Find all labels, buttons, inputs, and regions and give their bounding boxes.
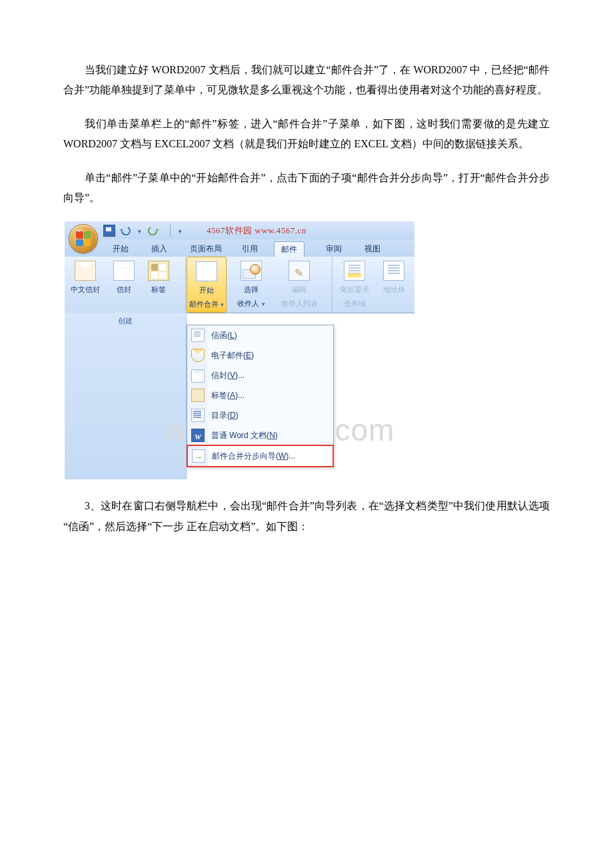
group-label-create: 创建	[65, 313, 187, 479]
menu-item-normal-word[interactable]: 普通 Word 文档(N)	[187, 425, 333, 445]
menu-item-directory-label: 目录(D)	[211, 408, 239, 423]
qat-customize-icon[interactable]: ▾	[179, 225, 187, 236]
paragraph-1: 当我们建立好 WORD2007 文档后，我们就可以建立“邮件合并”了，在 WOR…	[63, 60, 550, 101]
dropdown-arrow-icon: ▾	[262, 301, 265, 307]
menu-item-normal-word-label: 普通 Word 文档(N)	[211, 428, 278, 443]
menu-item-labels[interactable]: 标签(A)...	[187, 385, 333, 405]
ribbon: 中文信封 信封 标签 选择 收件人 ▾	[65, 257, 414, 313]
address-block-button[interactable]: 地址块	[379, 261, 408, 297]
menu-item-email[interactable]: 电子邮件(E)	[187, 345, 333, 365]
menu-item-directory[interactable]: 目录(D)	[187, 405, 333, 425]
start-mail-merge-l1: 开始	[199, 286, 214, 294]
undo-icon[interactable]	[119, 225, 134, 236]
word-screenshot: ▾ ▾ 4567软件园 www.4567.cn 开始 插入 页面布局 引用 邮件…	[65, 221, 414, 480]
labels-icon	[148, 261, 169, 281]
save-icon[interactable]	[103, 225, 115, 237]
ribbon-group-fields: 突出显示 合并域 地址块	[332, 257, 414, 313]
chinese-envelope-label: 中文信封	[71, 285, 100, 293]
document-page: 当我们建立好 WORD2007 文档后，我们就可以建立“邮件合并”了，在 WOR…	[0, 0, 613, 868]
chinese-envelope-icon	[75, 261, 96, 281]
window-title: 4567软件园 www.4567.cn	[207, 223, 306, 239]
start-mail-merge-button[interactable]: 开始 邮件合并 ▾	[187, 257, 227, 313]
letter-icon	[191, 329, 205, 342]
chinese-envelope-button[interactable]: 中文信封	[70, 261, 100, 297]
menu-item-wizard[interactable]: 邮件合并分步向导(W)...	[187, 445, 334, 467]
labels-button[interactable]: 标签	[146, 261, 171, 297]
highlight-fields-button[interactable]: 突出显示 合并域	[336, 261, 372, 311]
select-recipients-icon	[241, 261, 262, 281]
address-block-label: 地址块	[383, 285, 405, 293]
wizard-icon	[192, 449, 205, 463]
tab-insert[interactable]: 插入	[145, 241, 174, 256]
menu-item-envelopes-label: 信封(V)...	[211, 368, 245, 383]
ribbon-tabs: 开始 插入 页面布局 引用 邮件 审阅 视图	[65, 239, 414, 257]
menu-item-wizard-label: 邮件合并分步向导(W)...	[212, 449, 295, 464]
edit-recipients-l1: 编辑	[292, 285, 306, 293]
select-recipients-l2: 收件人	[237, 299, 259, 307]
menu-item-envelopes[interactable]: 信封(V)...	[187, 365, 333, 385]
select-recipients-button[interactable]: 选择 收件人 ▾	[234, 261, 269, 311]
tab-review[interactable]: 审阅	[319, 241, 348, 256]
menu-item-email-label: 电子邮件(E)	[211, 348, 254, 363]
tab-view[interactable]: 视图	[358, 241, 387, 256]
start-mail-merge-l2: 邮件合并	[189, 300, 219, 308]
redo-icon[interactable]	[147, 225, 162, 236]
highlight-fields-l1: 突出显示	[340, 285, 369, 293]
tab-mailings[interactable]: 邮件	[274, 241, 305, 257]
menu-item-letters-label: 信函(L)	[211, 328, 237, 343]
edit-recipients-button[interactable]: 编辑 收件人列表	[275, 261, 323, 311]
email-icon	[191, 349, 205, 362]
quick-access-toolbar: ▾ ▾ 4567软件园 www.4567.cn	[103, 224, 306, 237]
envelope-label: 信封	[117, 285, 131, 293]
dropdown-arrow-icon: ▾	[221, 301, 224, 308]
start-mail-merge-icon	[196, 261, 217, 281]
select-recipients-l1: 选择	[244, 285, 259, 293]
labels-label: 标签	[151, 285, 166, 293]
start-mail-merge-menu: 信函(L) 电子邮件(E) 信封(V)... 标签(A)... 目录(D) 普通…	[187, 325, 334, 467]
qat-separator	[170, 225, 171, 237]
envelope-icon	[113, 261, 135, 281]
label-small-icon	[191, 389, 205, 402]
highlight-fields-l2: 合并域	[344, 299, 366, 307]
tab-references[interactable]: 引用	[235, 241, 265, 256]
office-logo-icon	[76, 231, 91, 246]
directory-icon	[191, 409, 205, 422]
paragraph-2: 我们单击菜单栏上的“邮件”标签，进入“邮件合并”子菜单，如下图，这时我们需要做的…	[63, 114, 550, 155]
word-doc-icon	[191, 429, 205, 442]
address-block-icon	[383, 261, 404, 281]
edit-recipients-icon	[289, 261, 310, 281]
menu-item-labels-label: 标签(A)...	[211, 388, 245, 403]
menu-item-letters[interactable]: 信函(L)	[187, 325, 333, 345]
ribbon-group-create: 中文信封 信封 标签	[65, 257, 186, 313]
highlight-fields-icon	[344, 261, 365, 281]
undo-dropdown-icon[interactable]: ▾	[138, 225, 143, 236]
paragraph-4: 3、这时在窗口右侧导航栏中，会出现“邮件合并”向导列表，在“选择文档类型”中我们…	[63, 496, 550, 537]
envelope-small-icon	[191, 369, 205, 383]
tab-layout[interactable]: 页面布局	[183, 241, 229, 256]
paragraph-3: 单击“邮件”子菜单中的“开始邮件合并”，点击下面的子项“邮件合并分步向导”，打开…	[63, 168, 550, 209]
tab-home[interactable]: 开始	[106, 241, 135, 256]
envelope-button[interactable]: 信封	[111, 261, 137, 297]
edit-recipients-l2: 收件人列表	[281, 299, 318, 307]
